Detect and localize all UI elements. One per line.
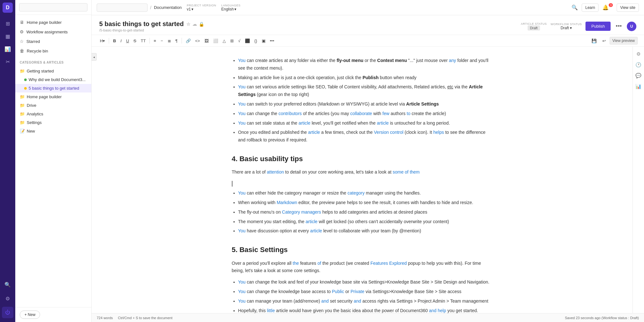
sidebar-header xyxy=(15,0,91,15)
underline-button[interactable]: U xyxy=(124,38,131,44)
table-button[interactable]: ⊞ xyxy=(228,38,236,44)
lock-icon[interactable]: 🔒 xyxy=(199,22,204,27)
starred-label: Starred xyxy=(26,39,40,44)
workflow-status-value[interactable]: Draft ▾ xyxy=(561,26,572,30)
publish-button[interactable]: Publish xyxy=(585,22,611,31)
analytics-icon[interactable]: 📊 xyxy=(2,43,13,55)
mono-button[interactable]: TT xyxy=(139,38,148,44)
sidebar-bottom: + New xyxy=(15,307,91,322)
star-icon[interactable]: ☆ xyxy=(186,22,190,27)
bullet-item: Making an article live is just a one-cli… xyxy=(238,74,493,82)
sidebar-item-home-page-builder-tree[interactable]: 📁 Home page builder xyxy=(15,92,91,101)
settings-panel-icon[interactable]: ⚙ xyxy=(634,49,643,59)
app-logo[interactable]: D xyxy=(3,3,13,13)
view-site-button[interactable]: View site xyxy=(617,3,639,12)
heading-button[interactable]: H▾ xyxy=(98,38,107,44)
article-slug: /5-basic-things-to-get-started xyxy=(99,28,521,32)
code-button[interactable]: <> xyxy=(193,38,202,44)
recycle-bin-icon: 🗑 xyxy=(20,48,24,53)
analytics-tree-label: Analytics xyxy=(27,112,43,116)
unordered-list-button[interactable]: ≡ xyxy=(152,38,158,44)
sidebar-item-why-did-we-build[interactable]: Why did we build Document3... xyxy=(15,75,91,84)
view-preview-button[interactable]: View preview xyxy=(610,37,638,45)
search-top-icon[interactable]: 🔍 xyxy=(571,4,578,10)
article-title: 5 basic things to get started ☆ ☁ 🔒 xyxy=(99,20,521,28)
pages-icon[interactable]: ⊞ xyxy=(2,18,13,29)
video-button[interactable]: ▣ xyxy=(260,38,267,44)
workflow-label: Workflow assignments xyxy=(26,30,68,34)
more-toolbar-button[interactable]: ••• xyxy=(268,38,276,44)
sidebar-item-analytics[interactable]: 📁 Analytics xyxy=(15,110,91,118)
home-page-builder-icon: 🖥 xyxy=(20,20,24,25)
new-button[interactable]: + New xyxy=(20,311,40,319)
power-rail-icon[interactable]: ⏻ xyxy=(2,307,13,318)
share-icon[interactable]: ☁ xyxy=(192,22,197,27)
learn-button[interactable]: Learn xyxy=(582,3,599,12)
strikethrough-button[interactable]: S xyxy=(132,38,138,44)
sidebar-item-settings[interactable]: 📁 Settings xyxy=(15,118,91,127)
more-options-button[interactable]: ••• xyxy=(614,22,623,31)
sidebar-item-workflow-assignments[interactable]: ⚙ Workflow assignments xyxy=(15,27,91,37)
comments-panel-icon[interactable]: 💬 xyxy=(634,71,643,80)
sidebar-item-5-basic[interactable]: 5 basic things to get started xyxy=(15,84,91,92)
bullet-item: Once you edited and published the articl… xyxy=(238,129,493,144)
cards-icon[interactable]: ▦ xyxy=(2,31,13,42)
project-version-label: PROJECT VERSION xyxy=(187,4,216,7)
user-avatar[interactable]: U xyxy=(627,22,636,31)
sidebar-search-input[interactable] xyxy=(19,3,87,11)
code-block-button[interactable]: {} xyxy=(253,38,259,44)
math-button[interactable]: √ xyxy=(236,38,242,44)
topbar-search-input[interactable] xyxy=(97,3,148,12)
project-version-meta: PROJECT VERSION v1 ▾ xyxy=(187,4,216,11)
sidebar-item-getting-started[interactable]: 📁 Getting started xyxy=(15,67,91,75)
sidebar-item-drive[interactable]: 📁 Drive xyxy=(15,101,91,110)
image-button[interactable]: 🖼 xyxy=(203,38,211,44)
bullet-item: The fly-out menu's on Category managers … xyxy=(238,209,493,216)
sidebar-item-new[interactable]: 📝 New xyxy=(15,127,91,135)
link-button[interactable]: 🔗 xyxy=(184,38,193,44)
article-actions: ARTICLE STATUS Draft WORKFLOW STATUS Dra… xyxy=(521,22,636,31)
intro-bullets-list: You can create articles at any folder vi… xyxy=(232,57,493,144)
categories-section-label: CATEGORIES & ARTICLES xyxy=(15,58,91,65)
project-meta: PROJECT VERSION v1 ▾ LANGUAGES English ▾ xyxy=(187,4,240,11)
project-version-value[interactable]: v1 ▾ xyxy=(187,7,216,11)
tools-icon[interactable]: ✂ xyxy=(2,56,13,67)
bullet-item: You can manage your team (add/remove) an… xyxy=(238,298,493,305)
file-button[interactable]: ⬛ xyxy=(243,38,252,44)
sidebar-item-home-page-builder[interactable]: 🖥 Home page builder xyxy=(15,17,91,27)
content-area[interactable]: ◂ You can create articles at any folder … xyxy=(92,47,633,313)
paragraph-button[interactable]: ¶ xyxy=(174,38,180,44)
settings-rail-icon[interactable]: ⚙ xyxy=(2,293,13,304)
title-icons: ☆ ☁ 🔒 xyxy=(186,22,204,27)
breadcrumb-separator: / xyxy=(150,5,151,10)
bold-button[interactable]: B xyxy=(111,38,118,44)
starred-icon: ☆ xyxy=(20,39,24,44)
ordered-list-button[interactable]: ≣ xyxy=(166,38,173,44)
language-value[interactable]: English ▾ xyxy=(221,7,241,11)
callout-button[interactable]: △ xyxy=(221,38,228,44)
bullet-item: You can switch to your preferred editors… xyxy=(238,100,493,108)
history-panel-icon[interactable]: 🕐 xyxy=(634,60,643,70)
chart-panel-icon[interactable]: 📊 xyxy=(634,82,643,91)
collapse-sidebar-button[interactable]: ◂ xyxy=(92,53,97,61)
getting-started-label: Getting started xyxy=(27,69,54,73)
section5-bullets-list: You can change the look and feel of your… xyxy=(232,278,493,313)
save-button[interactable]: 💾 xyxy=(590,38,599,44)
notifications-icon[interactable]: 🔔3 xyxy=(602,4,613,10)
sidebar-item-recycle-bin[interactable]: 🗑 Recycle bin xyxy=(15,46,91,56)
workflow-icon: ⚙ xyxy=(20,29,24,34)
italic-button[interactable]: I xyxy=(119,38,124,44)
home-page-builder-label: Home page builder xyxy=(27,20,62,25)
search-rail-icon[interactable]: 🔍 xyxy=(2,279,13,290)
undo-button[interactable]: ↩ xyxy=(600,38,608,44)
section5-intro: Over a period you'll explore all the fea… xyxy=(232,260,493,275)
right-panel: ⚙ 🕐 💬 📊 xyxy=(633,47,644,313)
embed-button[interactable]: ⬜ xyxy=(211,38,220,44)
toolbar-sep-2 xyxy=(149,38,150,44)
bullet-item: You can set stale status at the article … xyxy=(238,120,493,127)
sidebar-tree: 📁 Getting started Why did we build Docum… xyxy=(15,65,91,307)
hr-button[interactable]: − xyxy=(159,38,165,44)
languages-meta: LANGUAGES English ▾ xyxy=(221,4,241,11)
sidebar-item-starred[interactable]: ☆ Starred xyxy=(15,37,91,46)
new-label: New xyxy=(27,129,35,134)
